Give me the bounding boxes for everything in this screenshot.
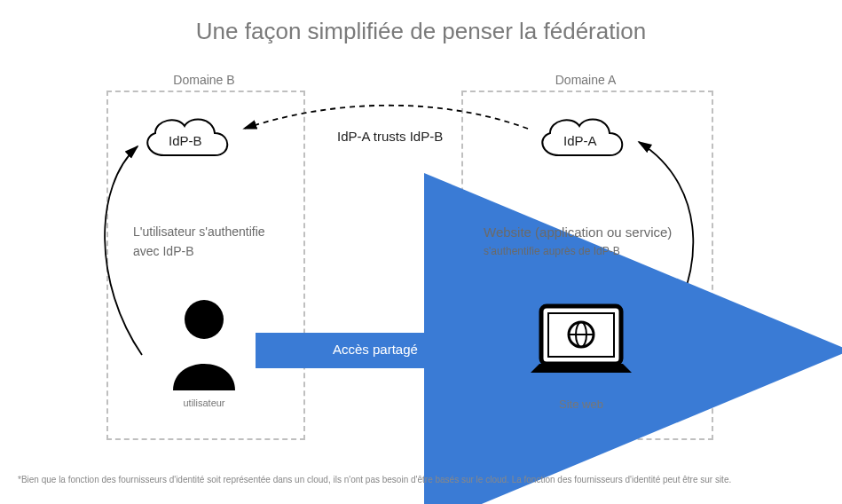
svg-point-1	[185, 300, 224, 339]
diagram-title: Une façon simplifiée de penser la fédéra…	[0, 18, 842, 45]
trust-label: IdP-A trusts IdP-B	[337, 129, 443, 144]
domain-b-label: Domaine B	[106, 73, 302, 87]
auth-a-line2: s'authentifie auprès de IdP-B	[484, 243, 705, 260]
shared-access-label: Accès partagé	[333, 342, 418, 357]
user-caption: utilisateur	[146, 398, 262, 408]
footnote: *Bien que la fonction des fournisseurs d…	[18, 475, 824, 484]
idp-a-label: IdP-A	[563, 133, 597, 148]
idp-b-label: IdP-B	[169, 133, 202, 148]
auth-b-line1: L'utilisateur s'authentifie	[133, 222, 302, 241]
auth-b-line2: avec IdP-B	[133, 241, 302, 261]
site-caption: Site web	[523, 398, 639, 411]
user-icon	[164, 293, 244, 394]
laptop-icon	[523, 302, 639, 394]
auth-a-text: Website (application ou service) s'authe…	[484, 222, 705, 260]
domain-a-label: Domaine A	[461, 73, 710, 87]
auth-a-line1: Website (application ou service)	[484, 222, 705, 243]
auth-b-text: L'utilisateur s'authentifie avec IdP-B	[133, 222, 302, 262]
